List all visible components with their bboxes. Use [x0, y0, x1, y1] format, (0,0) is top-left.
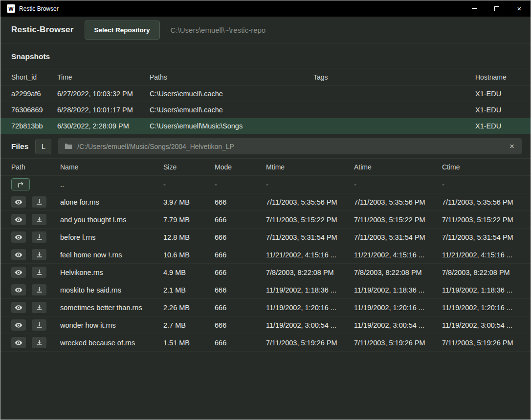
select-repository-button[interactable]: Select Repository: [85, 21, 160, 40]
preview-file-button[interactable]: [11, 267, 26, 278]
file-name[interactable]: sometimes better than.rns: [60, 304, 163, 312]
file-name[interactable]: feel home now !.rns: [60, 251, 163, 259]
file-row: sometimes better than.rns 2.26 MB 666 11…: [0, 299, 531, 316]
minimize-button[interactable]: [463, 0, 486, 17]
download-file-button[interactable]: [32, 249, 46, 260]
snapshot-row[interactable]: 76306869 6/28/2022, 10:01:17 PM C:\Users…: [0, 102, 531, 118]
file-ctime: 7/11/2003, 5:35:56 PM: [442, 198, 522, 206]
preview-file-button[interactable]: [11, 231, 26, 243]
download-file-button[interactable]: [32, 231, 46, 243]
file-atime: 11/19/2002, 1:20:16 ...: [354, 304, 442, 312]
file-size: 2.7 MB: [163, 321, 215, 329]
current-path-input[interactable]: /C:/Users/emuell/Music/Songs/2004_Helvet…: [58, 138, 522, 154]
maximize-icon: [494, 6, 499, 11]
file-mtime: 7/11/2003, 5:15:22 PM: [266, 216, 354, 224]
preview-file-button[interactable]: [11, 337, 26, 348]
snapshot-time: 6/28/2022, 10:01:17 PM: [57, 106, 150, 114]
files-col-size: Size: [163, 163, 215, 171]
file-atime: 7/11/2003, 5:15:22 PM: [354, 216, 442, 224]
download-file-button[interactable]: [32, 302, 46, 313]
window-title: Restic Browser: [19, 5, 59, 12]
file-mode: 666: [215, 269, 266, 276]
snapshot-hostname: X1-EDU: [475, 122, 522, 130]
preview-file-button[interactable]: [11, 214, 26, 225]
file-name[interactable]: alone for.rns: [60, 198, 163, 206]
download-file-button[interactable]: [32, 319, 46, 331]
snapshots-col-paths: Paths: [150, 73, 313, 81]
download-icon: [36, 321, 43, 329]
clear-path-button[interactable]: ×: [509, 142, 515, 150]
file-mtime: 11/19/2002, 1:18:36 ...: [266, 286, 354, 294]
file-name[interactable]: wonder how it.rns: [60, 321, 163, 329]
close-button[interactable]: ×: [508, 0, 531, 17]
parent-dir-name[interactable]: ..: [60, 181, 163, 189]
snapshot-hostname: X1-EDU: [475, 90, 522, 98]
close-icon: ×: [517, 4, 522, 13]
file-row: moskito he said.rns 2.1 MB 666 11/19/200…: [0, 281, 531, 299]
file-mode: 666: [215, 321, 266, 329]
parent-dir-atime: -: [354, 181, 442, 189]
file-size: 12.8 MB: [163, 233, 215, 241]
app-logo-icon: W: [7, 4, 15, 13]
parent-dir-size: -: [163, 181, 215, 189]
file-name[interactable]: and you thought l.rns: [60, 216, 163, 224]
file-ctime: 7/8/2003, 8:22:08 PM: [442, 269, 522, 276]
files-col-mode: Mode: [215, 163, 266, 171]
file-size: 2.26 MB: [163, 304, 215, 312]
file-name[interactable]: moskito he said.rns: [60, 286, 163, 294]
file-mtime: 7/11/2003, 5:35:56 PM: [266, 198, 354, 206]
download-file-button[interactable]: [32, 337, 46, 348]
file-mtime: 7/11/2003, 5:31:54 PM: [266, 233, 354, 241]
file-row: Helvikone.rns 4.9 MB 666 7/8/2003, 8:22:…: [0, 264, 531, 281]
file-atime: 11/19/2002, 3:00:54 ...: [354, 321, 442, 329]
download-file-button[interactable]: [32, 267, 46, 278]
file-mode: 666: [215, 216, 266, 224]
download-file-button[interactable]: [32, 196, 46, 208]
snapshot-time: 6/30/2022, 2:28:09 PM: [57, 122, 150, 130]
preview-file-button[interactable]: [11, 319, 26, 331]
minimize-icon: [472, 8, 477, 9]
file-name[interactable]: wrecked because of.rns: [60, 339, 163, 347]
files-col-mtime: Mtime: [266, 163, 354, 171]
download-icon: [36, 216, 43, 223]
maximize-button[interactable]: [486, 0, 508, 17]
preview-file-button[interactable]: [11, 196, 26, 208]
snapshots-section-title: Snapshots: [0, 43, 531, 68]
snapshot-time: 6/27/2022, 10:03:32 PM: [57, 90, 150, 98]
download-file-button[interactable]: [32, 214, 46, 225]
tree-mode-icon: L: [42, 142, 45, 150]
app-window: W Restic Browser × Restic-Browser Select…: [0, 0, 531, 420]
download-icon: [36, 233, 43, 241]
preview-file-button[interactable]: [11, 249, 26, 260]
snapshot-short-id: 72b813bb: [11, 122, 57, 130]
file-name[interactable]: Helvikone.rns: [60, 269, 163, 276]
file-size: 4.9 MB: [163, 269, 215, 276]
download-file-button[interactable]: [32, 284, 46, 295]
tree-mode-button[interactable]: L: [35, 139, 51, 154]
snapshots-table-header: Short_id Time Paths Tags Hostname: [0, 68, 531, 86]
repository-path-text: C:\Users\emuell\~\restic-repo: [171, 26, 266, 34]
snapshot-row[interactable]: 72b813bb 6/30/2022, 2:28:09 PM C:\Users\…: [0, 118, 531, 134]
file-name[interactable]: before l.rns: [60, 233, 163, 241]
files-table-header: Path Name Size Mode Mtime Atime Ctime: [0, 158, 531, 176]
parent-dir-mtime: -: [266, 181, 354, 189]
file-mtime: 11/19/2002, 3:00:54 ...: [266, 321, 354, 329]
download-icon: [36, 251, 43, 258]
download-icon: [36, 304, 43, 311]
current-path-text: /C:/Users/emuell/Music/Songs/2004_Helvet…: [77, 143, 504, 150]
eye-icon: [15, 321, 22, 329]
go-to-parent-button[interactable]: [11, 178, 30, 190]
snapshot-row[interactable]: a2299af6 6/27/2022, 10:03:32 PM C:\Users…: [0, 86, 531, 102]
file-ctime: 11/19/2002, 3:00:54 ...: [442, 321, 522, 329]
parent-dir-row: .. - - - - -: [0, 176, 531, 193]
file-ctime: 11/19/2002, 1:20:16 ...: [442, 304, 522, 312]
clear-path-icon: ×: [509, 142, 514, 151]
files-col-ctime: Ctime: [442, 163, 522, 171]
preview-file-button[interactable]: [11, 284, 26, 295]
snapshots-col-tags: Tags: [313, 73, 475, 81]
files-section-title: Files: [11, 142, 28, 151]
eye-icon: [15, 269, 22, 276]
file-ctime: 7/11/2003, 5:19:26 PM: [442, 339, 522, 347]
file-size: 10.6 MB: [163, 251, 215, 259]
preview-file-button[interactable]: [11, 302, 26, 313]
